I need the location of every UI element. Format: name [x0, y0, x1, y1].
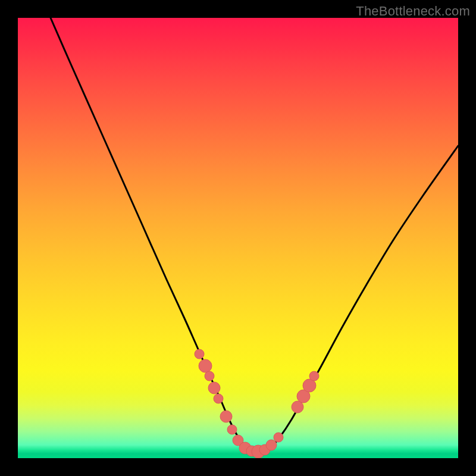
- outer-frame: TheBottleneck.com: [0, 0, 476, 476]
- plot-area: [18, 18, 458, 458]
- data-marker: [274, 433, 283, 442]
- data-marker: [309, 371, 319, 381]
- data-marker: [195, 349, 204, 359]
- data-marker: [199, 359, 212, 372]
- data-marker: [220, 411, 232, 422]
- marker-layer: [195, 349, 319, 458]
- curve-layer: [51, 18, 458, 453]
- chart-svg: [18, 18, 458, 458]
- data-marker: [208, 382, 220, 394]
- bottleneck-curve: [51, 18, 458, 453]
- data-marker: [227, 425, 237, 434]
- data-marker: [205, 371, 214, 381]
- data-marker: [266, 440, 277, 450]
- data-marker: [214, 394, 223, 403]
- watermark-text: TheBottleneck.com: [356, 4, 470, 19]
